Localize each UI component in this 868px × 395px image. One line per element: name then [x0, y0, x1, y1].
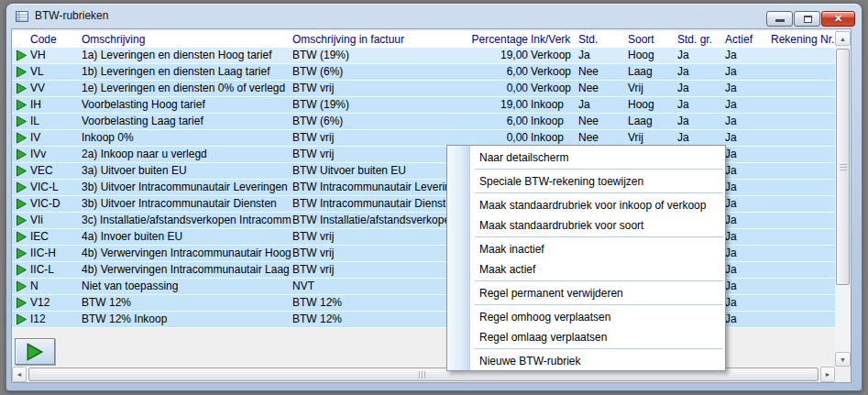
menu-item-regel-verwijderen[interactable]: Regel permanent verwijderen [447, 283, 725, 303]
cell-soort: Hoog [628, 48, 674, 63]
cell-soort: Hoog [628, 97, 674, 113]
scroll-right-icon[interactable]: ► [820, 367, 835, 382]
menu-item-standaardrubriek-inkoop-verkoop[interactable]: Maak standaardrubriek voor inkoop of ver… [447, 195, 725, 215]
cell-omschrijving: 3c) Installatie/afstandsverkopen Intraco… [82, 213, 291, 228]
cell-factuur: BTW Installatie/afstandsverkopen Intraco… [292, 213, 459, 228]
cell-stdgr: Ja [677, 97, 721, 113]
minimize-button[interactable] [766, 11, 793, 27]
cell-actief: Ja [725, 279, 767, 294]
column-header-std[interactable]: Std. [578, 31, 624, 48]
cell-inkverk: Verkoop [531, 64, 577, 80]
row-arrow-icon [16, 66, 27, 78]
cell-actief: Ja [725, 180, 767, 195]
row-arrow-icon [16, 132, 27, 144]
cell-factuur: BTW vrij [292, 262, 459, 278]
menu-item-standaardrubriek-soort[interactable]: Maak standaardrubriek voor soort [447, 215, 725, 236]
table-row[interactable]: VH 1a) Leveringen en diensten Hoog tarie… [12, 48, 835, 64]
scroll-left-icon[interactable]: ◄ [12, 367, 27, 382]
menu-item-speciale-btw-rekening[interactable]: Speciale BTW-rekening toewijzen [447, 171, 725, 192]
menu-item-regel-omlaag[interactable]: Regel omlaag verplaatsen [447, 327, 725, 347]
cell-std: Ja [578, 97, 624, 113]
cell-actief: Ja [725, 312, 767, 327]
restore-button[interactable] [794, 11, 820, 27]
menu-separator [475, 348, 723, 349]
table-row[interactable]: VL 1b) Leveringen en diensten Laag tarie… [12, 64, 835, 81]
cell-factuur: BTW (6%) [292, 64, 459, 80]
row-arrow-icon [16, 313, 27, 325]
cell-code: VEC [30, 163, 80, 179]
menu-item-naar-detailscherm[interactable]: Naar detailscherm [447, 148, 725, 168]
go-to-detail-button[interactable] [15, 338, 55, 365]
green-arrow-icon [26, 343, 44, 361]
menu-separator [475, 280, 723, 281]
menu-item-maak-inactief[interactable]: Maak inactief [447, 239, 725, 259]
cell-omschrijving: 4b) Verwervingen Intracommunautair Laag [82, 262, 291, 278]
row-arrow-icon [16, 280, 27, 292]
column-header-code[interactable]: Code [30, 31, 80, 48]
menu-item-maak-actief[interactable]: Maak actief [447, 259, 725, 280]
cell-actief: Ja [725, 48, 767, 63]
column-header-stdgr[interactable]: Std. gr. [677, 31, 721, 48]
column-header-soort[interactable]: Soort [628, 31, 674, 48]
table-row[interactable]: VV 1e) Leveringen en diensten 0% of verl… [12, 81, 835, 97]
cell-factuur: BTW 12% [292, 295, 459, 311]
column-header-inkverk[interactable]: Ink/Verk [531, 31, 577, 48]
cell-factuur: BTW vrij [292, 246, 459, 261]
menu-item-nieuwe-btw-rubriek[interactable]: Nieuwe BTW-rubriek [447, 351, 725, 371]
cell-actief: Ja [725, 130, 767, 146]
close-button[interactable]: ✕ [821, 11, 855, 27]
cell-omschrijving: Inkoop 0% [82, 130, 291, 146]
cell-std: Nee [578, 130, 624, 146]
column-header-rekening[interactable]: Rekening Nr. [771, 31, 833, 48]
cell-factuur: BTW (19%) [292, 48, 459, 63]
cell-omschrijving: 1b) Leveringen en diensten Laag tarief [82, 64, 291, 80]
cell-percentage: 19,00 [452, 97, 528, 113]
cell-factuur: BTW vrij [292, 81, 459, 96]
row-arrow-icon [16, 49, 27, 61]
cell-omschrijving: 2a) Inkoop naar u verlegd [82, 147, 291, 162]
column-header-omschrijving[interactable]: Omschrijving [82, 31, 291, 48]
row-arrow-icon [16, 214, 27, 226]
cell-code: IIC-L [30, 262, 80, 278]
cell-code: VIi [30, 213, 80, 228]
column-header-factuur[interactable]: Omschrijving in factuur [292, 31, 459, 48]
row-arrow-icon [16, 297, 27, 309]
menu-item-regel-omhoog[interactable]: Regel omhoog verplaatsen [447, 307, 725, 327]
scroll-up-icon[interactable]: ▲ [835, 31, 851, 46]
scroll-down-icon[interactable]: ▼ [835, 352, 851, 367]
row-arrow-icon [16, 115, 27, 127]
cell-code: VIC-L [30, 180, 80, 195]
vertical-scrollbar[interactable]: ▲ ▼ [835, 31, 851, 367]
cell-code: IVv [30, 147, 80, 162]
column-header-actief[interactable]: Actief [725, 31, 767, 48]
row-arrow-icon [16, 231, 27, 243]
vertical-scrollbar-thumb[interactable] [836, 49, 850, 285]
table-row[interactable]: IH Voorbelasting Hoog tarief BTW (19%) 1… [12, 97, 835, 114]
table-row[interactable]: IL Voorbelasting Laag tarief BTW (6%) 6,… [12, 114, 835, 130]
row-arrow-icon [16, 165, 27, 177]
cell-factuur: BTW Uitvoer buiten EU [292, 163, 459, 179]
cell-stdgr: Ja [677, 81, 721, 96]
cell-percentage: 6,00 [452, 64, 528, 80]
titlebar[interactable]: BTW-rubrieken ✕ [6, 4, 862, 28]
thumb-grip [840, 162, 847, 170]
thumb-grip [419, 371, 427, 379]
cell-omschrijving: 1e) Leveringen en diensten 0% of verlegd [82, 81, 291, 96]
minimize-icon [775, 19, 785, 22]
window-title: BTW-rubrieken [35, 4, 108, 27]
cell-omschrijving: Voorbelasting Laag tarief [82, 114, 291, 129]
row-arrow-icon [16, 99, 27, 111]
cell-factuur: BTW 12% [292, 312, 459, 327]
cell-omschrijving: Voorbelasting Hoog tarief [82, 97, 291, 113]
cell-factuur: NVT [292, 279, 459, 294]
cell-std: Nee [578, 81, 624, 96]
row-arrow-icon [16, 264, 27, 276]
row-arrow-icon [16, 82, 27, 94]
column-header-percentage[interactable]: Percentage [452, 31, 528, 48]
menu-separator [475, 192, 723, 193]
context-menu: Naar detailscherm Speciale BTW-rekening … [446, 145, 726, 371]
cell-factuur: BTW vrij [292, 130, 459, 146]
cell-soort: Laag [628, 64, 674, 80]
cell-std: Nee [578, 114, 624, 129]
cell-factuur: BTW (19%) [292, 97, 459, 113]
